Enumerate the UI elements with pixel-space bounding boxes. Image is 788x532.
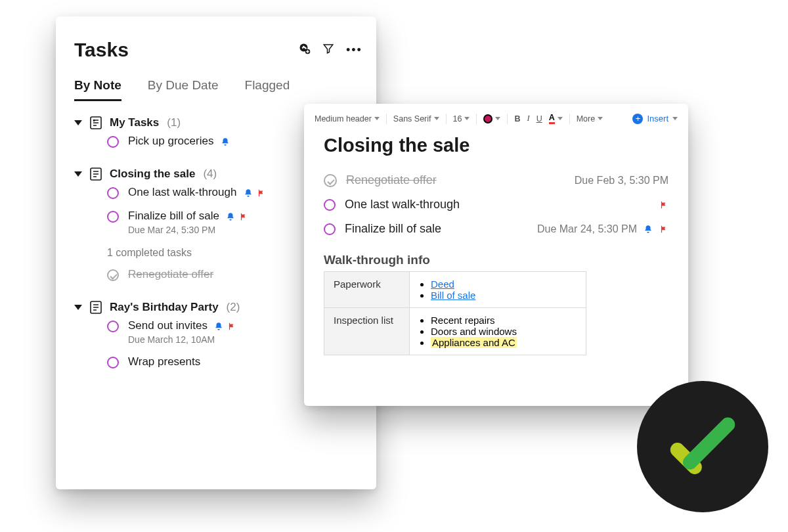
editor-toolbar: Medium header Sans Serif 16 B I U A More… (304, 113, 688, 131)
italic-button[interactable]: I (527, 114, 529, 123)
task-checkbox[interactable] (107, 357, 119, 368)
highlighted-text: Appliances and AC (431, 337, 517, 348)
more-format-select[interactable]: More (577, 114, 603, 123)
chevron-down-icon (74, 305, 82, 310)
task-checkbox[interactable] (324, 199, 336, 211)
flag-icon (257, 188, 266, 198)
bell-icon (214, 322, 223, 331)
chevron-down-icon (74, 120, 82, 125)
chevron-down-icon (598, 117, 603, 120)
task-due: Due Feb 3, 5:30 PM (575, 175, 668, 187)
chevron-down-icon (74, 171, 82, 177)
list-item: Appliances and AC (431, 337, 577, 348)
task-checkbox-done[interactable] (107, 269, 119, 281)
highlight-color-select[interactable]: A (549, 113, 563, 124)
task-checkbox[interactable] (107, 187, 119, 199)
list-item: Doors and windows (431, 326, 577, 337)
bell-icon (221, 137, 230, 146)
font-size-select[interactable]: 16 (453, 114, 470, 123)
info-table[interactable]: Paperwork Deed Bill of sale Inspection l… (324, 271, 586, 355)
header-actions: ••• (299, 43, 358, 57)
list-item: Recent repairs (431, 315, 577, 326)
task-text: Wrap presents (128, 355, 200, 368)
color-swatch-icon (483, 114, 492, 123)
chevron-down-icon (495, 117, 500, 120)
chevron-down-icon (374, 117, 380, 120)
insert-button[interactable]: + Insert (632, 114, 678, 124)
toolbar-separator (507, 114, 508, 124)
toolbar-separator (446, 114, 447, 124)
section-heading[interactable]: Walk-through info (324, 253, 668, 267)
task-text: Send out invites (128, 319, 208, 332)
task-text: Finalize bill of sale (345, 222, 441, 236)
flag-icon (659, 200, 668, 210)
task-due: Due Mar 24, 5:30 PM (537, 223, 637, 235)
check-badge (637, 381, 768, 512)
table-cell[interactable]: Deed Bill of sale (410, 272, 586, 308)
tasks-title: Tasks (74, 39, 299, 61)
filter-icon[interactable] (322, 43, 334, 57)
doc-task-row[interactable]: Finalize bill of sale Due Mar 24, 5:30 P… (324, 217, 668, 241)
task-checkbox-done[interactable] (324, 174, 337, 187)
table-cell[interactable]: Recent repairs Doors and windows Applian… (410, 308, 586, 355)
table-row: Inspection list Recent repairs Doors and… (324, 308, 586, 355)
note-star-icon (90, 116, 102, 129)
link-deed[interactable]: Deed (431, 278, 454, 290)
flag-icon (659, 225, 668, 234)
more-icon[interactable]: ••• (346, 44, 358, 56)
task-text: Renegotiate offer (346, 173, 437, 187)
document-body[interactable]: Closing the sale Renegotiate offer Due F… (304, 131, 688, 355)
document-title[interactable]: Closing the sale (324, 135, 668, 156)
doc-task-row[interactable]: One last walk-through (324, 192, 668, 217)
tab-by-note[interactable]: By Note (74, 78, 121, 101)
group-count: (4) (203, 167, 217, 181)
task-checkbox[interactable] (107, 321, 119, 332)
chevron-down-icon (464, 117, 470, 120)
link-bill-of-sale[interactable]: Bill of sale (431, 290, 475, 301)
group-count: (2) (227, 301, 240, 314)
flag-icon (227, 322, 236, 331)
note-icon (90, 301, 102, 314)
flag-icon (239, 212, 248, 221)
task-text: Renegotiate offer (128, 268, 213, 281)
table-row: Paperwork Deed Bill of sale (324, 272, 586, 308)
task-checkbox[interactable] (324, 223, 336, 235)
note-icon (90, 167, 102, 181)
table-cell-label[interactable]: Paperwork (324, 272, 410, 308)
bell-icon (644, 225, 653, 234)
task-meta (659, 200, 668, 210)
task-text: One last walk-through (128, 186, 236, 198)
task-due: Due Mar 24, 5:30 PM (128, 225, 248, 235)
check-icon (663, 407, 742, 486)
tasks-header: Tasks ••• (74, 39, 358, 61)
plus-icon: + (632, 114, 643, 124)
add-task-icon[interactable] (299, 43, 311, 57)
tab-flagged[interactable]: Flagged (245, 78, 290, 101)
tab-by-due-date[interactable]: By Due Date (148, 78, 219, 101)
task-due: Due March 12, 10AM (128, 334, 236, 345)
editor-panel: Medium header Sans Serif 16 B I U A More… (304, 104, 688, 406)
bell-icon (226, 212, 235, 221)
chevron-down-icon (434, 117, 439, 120)
toolbar-separator (476, 114, 477, 124)
paragraph-style-select[interactable]: Medium header (315, 114, 380, 123)
toolbar-separator (386, 114, 387, 124)
group-name: My Tasks (110, 116, 159, 129)
group-count: (1) (167, 116, 181, 129)
text-color-select[interactable] (483, 114, 500, 123)
chevron-down-icon (558, 117, 563, 120)
task-text: Finalize bill of sale (128, 210, 219, 222)
task-checkbox[interactable] (107, 136, 119, 148)
font-family-select[interactable]: Sans Serif (393, 114, 439, 123)
task-text: One last walk-through (345, 198, 460, 211)
task-checkbox[interactable] (107, 211, 119, 223)
task-text: Pick up groceries (128, 135, 213, 147)
underline-button[interactable]: U (536, 114, 542, 123)
bold-button[interactable]: B (514, 114, 520, 123)
table-cell-label[interactable]: Inspection list (324, 308, 410, 355)
task-tabs: By Note By Due Date Flagged (74, 78, 358, 102)
group-name: Closing the sale (110, 167, 195, 181)
bell-icon (244, 188, 253, 198)
chevron-down-icon (672, 117, 678, 120)
doc-task-row[interactable]: Renegotiate offer Due Feb 3, 5:30 PM (324, 168, 668, 192)
